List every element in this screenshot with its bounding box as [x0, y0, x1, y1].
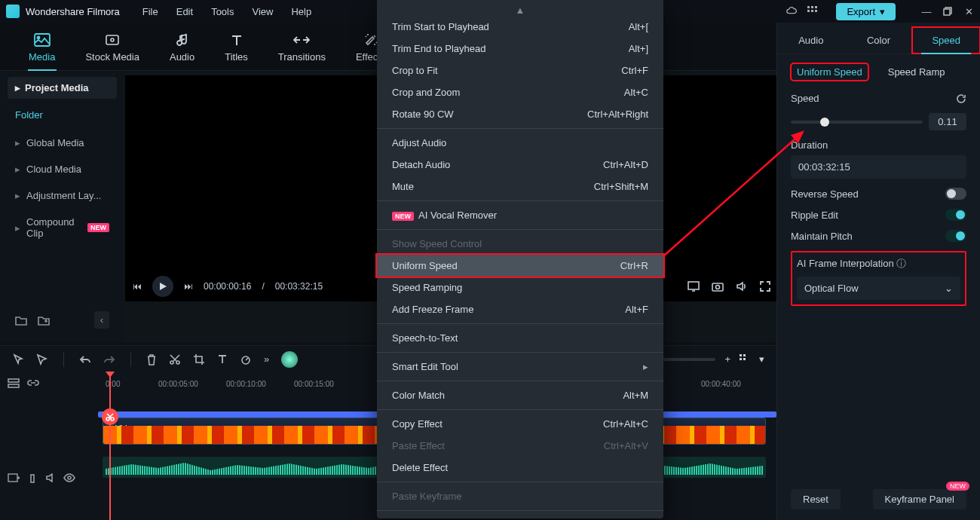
- undo-icon[interactable]: [79, 354, 91, 365]
- sidebar-collapse-icon[interactable]: ‹: [94, 311, 109, 329]
- crop-icon[interactable]: [193, 353, 205, 366]
- ctx-rotate[interactable]: Rotate 90 CWCtrl+Alt+Right: [377, 103, 663, 125]
- sidebar-cloud-media[interactable]: ▸Cloud Media: [8, 158, 117, 181]
- svg-rect-5: [815, 10, 817, 12]
- cloud-icon[interactable]: [786, 6, 797, 17]
- export-button[interactable]: Export▾: [836, 3, 896, 20]
- menu-view[interactable]: View: [252, 6, 273, 17]
- cut-icon[interactable]: [169, 353, 181, 366]
- svg-rect-22: [740, 358, 742, 360]
- mode-speed-ramp[interactable]: Speed Ramp: [882, 63, 951, 81]
- duration-label: Duration: [791, 139, 966, 151]
- ripple-toggle[interactable]: [945, 209, 966, 221]
- ctx-smart-edit[interactable]: Smart Edit Tool▸: [377, 356, 663, 378]
- app-title: Wondershare Filmora: [26, 6, 120, 17]
- ctx-copy-effect[interactable]: Copy EffectCtrl+Alt+C: [377, 413, 663, 435]
- close-icon[interactable]: ✕: [963, 6, 974, 17]
- apps-icon[interactable]: [807, 6, 818, 17]
- new-folder-icon[interactable]: [38, 315, 50, 326]
- select-tool-icon[interactable]: [36, 353, 48, 366]
- ctx-detach-audio[interactable]: Detach AudioCtrl+Alt+D: [377, 154, 663, 176]
- play-button[interactable]: [152, 276, 173, 297]
- zoom-in-icon[interactable]: +: [724, 353, 730, 365]
- reset-button[interactable]: Reset: [791, 489, 841, 509]
- reset-speed-icon[interactable]: [956, 93, 966, 104]
- reverse-toggle[interactable]: [945, 188, 966, 200]
- project-media-header[interactable]: ▸Project Media: [8, 77, 117, 99]
- ctx-speech-to-text[interactable]: Speech-to-Text: [377, 327, 663, 349]
- mode-uniform-speed[interactable]: Uniform Speed: [791, 63, 868, 81]
- tab-titles[interactable]: Titles: [210, 29, 263, 70]
- playhead[interactable]: [109, 372, 111, 520]
- delete-icon[interactable]: [146, 353, 157, 366]
- inspector-tab-speed[interactable]: Speed: [912, 27, 980, 54]
- chevron-down-icon: ▾: [880, 6, 885, 17]
- svg-rect-24: [8, 379, 19, 382]
- svg-point-8: [37, 37, 39, 39]
- add-track-icon[interactable]: [8, 473, 20, 484]
- svg-rect-0: [807, 6, 810, 8]
- sidebar-global-media[interactable]: ▸Global Media: [8, 131, 117, 154]
- text-tool-icon[interactable]: [217, 354, 228, 365]
- minimize-icon[interactable]: ―: [921, 6, 932, 17]
- prev-frame-icon[interactable]: ⏮: [133, 281, 142, 292]
- inspector-tab-audio[interactable]: Audio: [777, 27, 845, 54]
- maximize-icon[interactable]: [942, 6, 953, 17]
- volume-icon[interactable]: [736, 281, 748, 292]
- ctx-ai-vocal[interactable]: NEWAI Vocal Remover: [377, 204, 663, 226]
- fullscreen-icon[interactable]: [760, 281, 770, 292]
- new-bin-icon[interactable]: [15, 315, 27, 326]
- ctx-trim-start[interactable]: Trim Start to PlayheadAlt+[: [377, 16, 663, 38]
- ctx-crop-zoom[interactable]: Crop and ZoomAlt+C: [377, 81, 663, 103]
- ctx-uniform-speed[interactable]: Uniform SpeedCtrl+R: [377, 255, 663, 277]
- pitch-toggle[interactable]: [945, 230, 966, 242]
- pointer-tool-icon[interactable]: [12, 353, 24, 366]
- view-mode-icon[interactable]: [740, 354, 750, 365]
- svg-rect-1: [811, 6, 813, 8]
- duration-field[interactable]: 00:03:32:15: [791, 155, 966, 179]
- sidebar-adjustment-layer[interactable]: ▸Adjustment Lay...: [8, 184, 117, 207]
- menu-edit[interactable]: Edit: [176, 6, 193, 17]
- tab-stock-media[interactable]: Stock Media: [70, 29, 155, 70]
- tab-audio[interactable]: Audio: [155, 29, 210, 70]
- ctx-delete-effect[interactable]: Delete Effect: [377, 457, 663, 479]
- menu-tools[interactable]: Tools: [211, 6, 234, 17]
- tab-transitions[interactable]: Transitions: [263, 29, 341, 70]
- speed-icon[interactable]: [240, 354, 252, 365]
- sidebar-folder[interactable]: Folder: [8, 102, 117, 128]
- more-tools-icon[interactable]: »: [264, 353, 269, 365]
- ctx-color-match[interactable]: Color MatchAlt+M: [377, 384, 663, 406]
- track-manager-icon[interactable]: [8, 378, 20, 389]
- lock-track-icon[interactable]: [27, 473, 38, 484]
- speed-value[interactable]: 0.11: [929, 113, 966, 130]
- visibility-track-icon[interactable]: [63, 473, 75, 484]
- inspector-tab-color[interactable]: Color: [845, 27, 913, 54]
- snapshot-icon[interactable]: [712, 281, 724, 292]
- keyframe-panel-button[interactable]: Keyframe PanelNEW: [873, 489, 967, 509]
- ctx-adjust-audio[interactable]: Adjust Audio: [377, 132, 663, 154]
- ctx-mute[interactable]: MuteCtrl+Shift+M: [377, 176, 663, 197]
- sidebar-compound-clip[interactable]: ▸Compound ClipNEW: [8, 210, 117, 245]
- link-icon[interactable]: [27, 378, 39, 389]
- app-logo: [6, 5, 20, 18]
- ctx-crop-fit[interactable]: Crop to FitCtrl+F: [377, 60, 663, 81]
- ctx-trim-end[interactable]: Trim End to PlayheadAlt+]: [377, 38, 663, 60]
- playhead-cut-icon[interactable]: [102, 408, 118, 425]
- menu-help[interactable]: Help: [291, 6, 311, 17]
- menu-file[interactable]: File: [142, 6, 158, 17]
- tab-media[interactable]: Media: [14, 29, 70, 70]
- ai-interp-dropdown[interactable]: Optical Flow⌄: [797, 277, 960, 300]
- media-icon: [33, 32, 51, 48]
- next-frame-icon[interactable]: ⏭: [184, 281, 193, 292]
- mute-track-icon[interactable]: [45, 473, 56, 484]
- ai-assistant-icon[interactable]: [281, 351, 298, 368]
- chevron-down-icon[interactable]: ▾: [759, 353, 764, 365]
- new-badge: NEW: [87, 223, 109, 232]
- new-badge: NEW: [946, 482, 969, 491]
- ctx-speed-ramping[interactable]: Speed Ramping: [377, 277, 663, 298]
- display-icon[interactable]: [688, 281, 700, 292]
- redo-icon[interactable]: [103, 354, 115, 365]
- speed-slider[interactable]: [791, 121, 923, 124]
- ctx-freeze-frame[interactable]: Add Freeze FrameAlt+F: [377, 298, 663, 320]
- info-icon[interactable]: ⓘ: [896, 258, 906, 269]
